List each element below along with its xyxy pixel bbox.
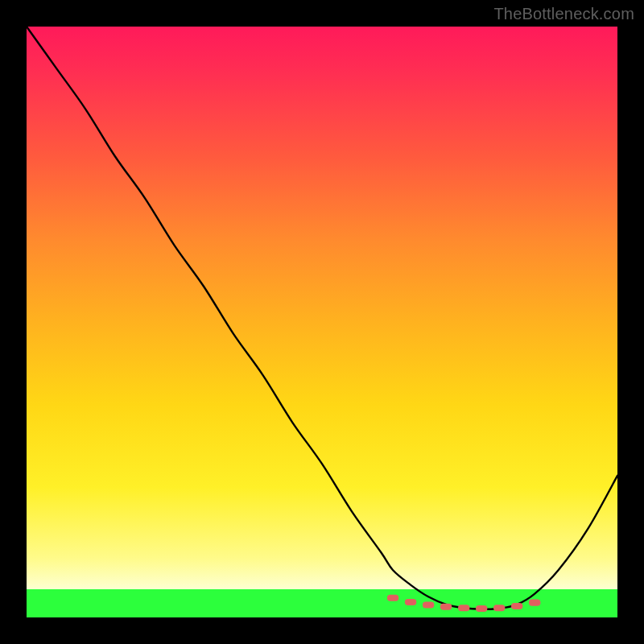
chart-plot-area [27,27,617,617]
marker-dot [458,605,469,611]
bottleneck-curve [27,27,617,609]
marker-dot [423,602,434,609]
marker-dot [387,595,398,601]
marker-dot [511,603,522,609]
marker-dot [493,605,505,611]
marker-dot [476,605,487,612]
watermark-text: TheBottleneck.com [493,5,634,23]
chart-frame: TheBottleneck.com [0,0,644,644]
chart-svg [27,27,617,617]
optimal-range-markers [387,595,541,612]
marker-dot [405,599,416,605]
marker-dot [529,600,540,606]
marker-dot [440,604,452,610]
